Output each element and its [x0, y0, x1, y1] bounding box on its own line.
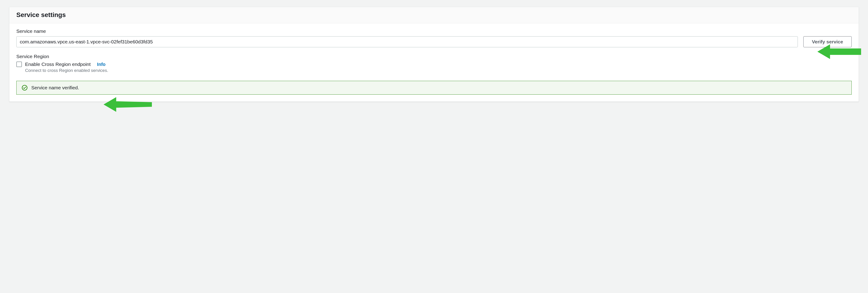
panel-header: Service settings [9, 7, 859, 24]
status-banner: Service name verified. [16, 81, 852, 95]
svg-point-0 [22, 85, 27, 90]
panel-body: Service name Verify service Service Regi… [9, 24, 859, 102]
info-link[interactable]: Info [97, 62, 105, 67]
service-settings-panel: Service settings Service name Verify ser… [9, 7, 859, 102]
cross-region-checkbox-label: Enable Cross Region endpoint [25, 62, 91, 67]
cross-region-checkbox[interactable] [16, 62, 22, 67]
service-name-label: Service name [16, 29, 852, 34]
service-region-field: Service Region Enable Cross Region endpo… [16, 54, 852, 73]
cross-region-row: Enable Cross Region endpoint Info [16, 62, 852, 67]
panel-title: Service settings [16, 11, 852, 19]
status-message: Service name verified. [31, 85, 79, 90]
service-region-label: Service Region [16, 54, 852, 59]
service-name-row: Verify service [16, 36, 852, 47]
service-name-field: Service name Verify service [16, 29, 852, 47]
verify-service-button[interactable]: Verify service [803, 36, 852, 47]
cross-region-helper: Connect to cross Region enabled services… [25, 68, 852, 73]
service-name-input[interactable] [16, 36, 798, 47]
success-check-icon [22, 85, 28, 91]
